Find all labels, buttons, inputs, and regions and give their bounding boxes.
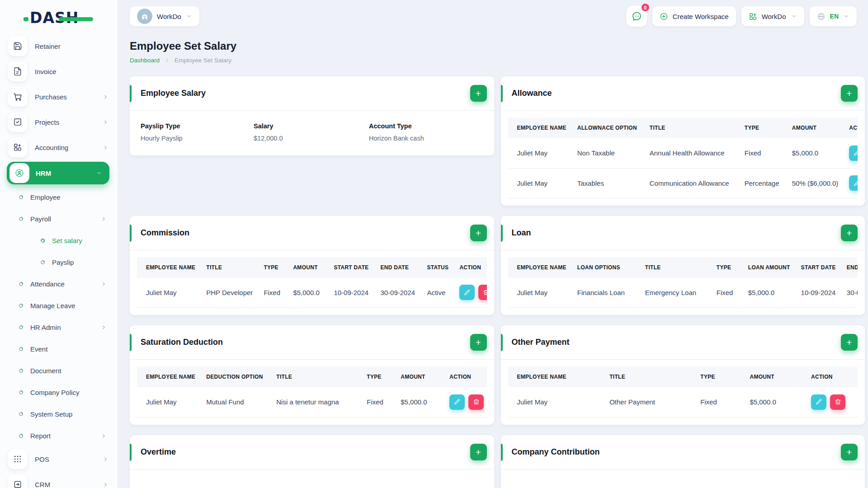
card-title: Employee Salary <box>141 89 206 98</box>
sidebar-item-attendance[interactable]: Attendance <box>0 273 118 295</box>
column-header: Action <box>844 117 858 138</box>
table-cell: Active <box>421 278 454 308</box>
table-row: Juliet MayOther PaymentFixed$5,000.0 <box>508 387 858 417</box>
messages-button[interactable]: 0 <box>626 6 647 27</box>
workspace-switcher[interactable]: WorkDo <box>130 6 199 26</box>
table-cell: Annual Health Allowance <box>644 138 739 168</box>
table-cell: Juliet May <box>508 168 572 198</box>
bullet-icon <box>40 238 46 244</box>
purchases-icon <box>8 87 28 107</box>
add-commission-button[interactable]: + <box>470 225 487 241</box>
table-cell: Juliet May <box>508 387 604 417</box>
sidebar-item-document[interactable]: Document <box>0 360 118 381</box>
table-cell: 10-09-2024 <box>328 278 375 308</box>
table-cell: 50% ($6,000.0) <box>787 168 844 198</box>
add-allowance-button[interactable]: + <box>841 85 858 102</box>
table-cell: Fixed <box>258 278 288 308</box>
salary-field: Payslip TypeHourly Payslip <box>141 122 254 142</box>
delete-button[interactable] <box>478 285 486 300</box>
column-header: Type <box>739 117 787 138</box>
sidebar-item-manage-leave[interactable]: Manage Leave <box>0 295 118 316</box>
chevron-right-icon <box>101 324 107 330</box>
language-selector[interactable]: EN <box>810 6 857 26</box>
sidebar-item-set-salary[interactable]: Set salary <box>0 230 118 251</box>
create-workspace-label: Create Workspace <box>673 13 729 20</box>
sidebar-item-payroll[interactable]: Payroll <box>0 208 118 230</box>
page-head: Employee Set Salary Dashboard Employee S… <box>130 33 865 76</box>
column-header: Start Date <box>796 257 841 278</box>
table-cell: $5,000.0 <box>395 387 444 417</box>
chevron-right-icon <box>103 145 108 150</box>
table-row: Juliet MayPHP DeveloperFixed$5,000.010-0… <box>137 278 487 308</box>
sidebar-item-employee[interactable]: Employee <box>0 186 118 208</box>
overtime-card: Overtime + <box>130 435 494 488</box>
commission-card: Commission + Employee NameTitleTypeAmoun… <box>130 216 494 315</box>
sidebar-item-retainer[interactable]: Retainer <box>0 33 118 59</box>
sidebar-item-event[interactable]: Event <box>0 338 118 360</box>
sidebar-item-purchases[interactable]: Purchases <box>0 84 118 109</box>
sidebar-nav: RetainerInvoicePurchasesProjectsAccounti… <box>0 30 118 488</box>
create-workspace-button[interactable]: Create Workspace <box>652 6 736 26</box>
sidebar-item-crm[interactable]: CRM <box>0 472 118 488</box>
add-overtime-button[interactable]: + <box>470 444 487 460</box>
bullet-icon <box>18 346 24 352</box>
sidebar-item-accounting[interactable]: Accounting <box>0 135 118 160</box>
globe-icon <box>817 12 826 21</box>
messages-badge: 0 <box>641 3 650 12</box>
card-title: Other Payment <box>512 338 570 347</box>
delete-button[interactable] <box>468 394 484 410</box>
add-loan-button[interactable]: + <box>841 225 858 241</box>
breadcrumb-dashboard-link[interactable]: Dashboard <box>130 57 160 64</box>
add-saturation-deduction-button[interactable]: + <box>470 334 487 351</box>
topbar: WorkDo 0 Create Workspace WorkDo EN <box>130 0 865 33</box>
edit-button[interactable] <box>849 145 858 161</box>
language-code: EN <box>830 13 839 20</box>
sidebar-item-payslip[interactable]: Payslip <box>0 251 118 273</box>
loan-table: Employee NameLoan OptionsTitleTypeLoan A… <box>508 257 858 308</box>
table-cell: 30-09-2024 <box>841 278 858 308</box>
card-title: Saturation Deduction <box>141 338 223 347</box>
table-cell: $5,000.0 <box>743 278 796 308</box>
chevron-right-icon <box>164 57 170 63</box>
sidebar-item-hrm[interactable]: HRM <box>7 162 109 184</box>
bullet-icon <box>18 216 24 222</box>
sidebar-item-company-policy[interactable]: Company Policy <box>0 381 118 403</box>
action-cell <box>806 387 858 417</box>
column-header: Start Date <box>328 257 375 278</box>
employee-salary-card: Employee Salary + Payslip TypeHourly Pay… <box>130 76 494 155</box>
sidebar-item-pos[interactable]: POS <box>0 446 118 472</box>
add-company-contribution-button[interactable]: + <box>841 444 858 460</box>
table-cell: $5,000.0 <box>288 278 328 308</box>
add-other-payment-button[interactable]: + <box>841 334 858 351</box>
add-employee-salary-button[interactable]: + <box>470 85 487 102</box>
sidebar-item-invoice[interactable]: Invoice <box>0 59 118 84</box>
app-logo[interactable]: DASH <box>0 0 118 30</box>
column-header: Employee Name <box>137 257 201 278</box>
table-cell: Fixed <box>739 138 787 168</box>
sidebar-item-report[interactable]: Report <box>0 425 118 446</box>
field-value: Hourly Payslip <box>141 135 254 142</box>
column-header: Employee Name <box>508 366 604 387</box>
chevron-right-icon <box>103 482 108 488</box>
edit-button[interactable] <box>449 394 465 410</box>
delete-button[interactable] <box>830 394 845 410</box>
column-header: Amount <box>787 117 844 138</box>
sidebar-item-hr-admin[interactable]: HR Admin <box>0 316 118 338</box>
sidebar-item-projects[interactable]: Projects <box>0 109 118 135</box>
edit-button[interactable] <box>459 285 475 300</box>
column-header: Title <box>271 366 361 387</box>
column-header: Title <box>604 366 695 387</box>
saturation-deduction-table: Employee NameDeduction OptionTitleTypeAm… <box>137 366 487 418</box>
card-title: Loan <box>512 228 531 238</box>
table-cell: $5,000.0 <box>787 138 844 168</box>
edit-button[interactable] <box>849 175 858 191</box>
edit-button[interactable] <box>811 394 826 410</box>
bullet-icon <box>18 411 24 417</box>
bullet-icon <box>18 433 24 439</box>
retainer-icon <box>8 36 28 56</box>
app-menu-button[interactable]: WorkDo <box>741 6 804 26</box>
sidebar-item-system-setup[interactable]: System Setup <box>0 403 118 425</box>
bullet-icon <box>18 324 24 330</box>
table-cell: Juliet May <box>508 138 572 168</box>
column-header: End Date <box>841 257 858 278</box>
